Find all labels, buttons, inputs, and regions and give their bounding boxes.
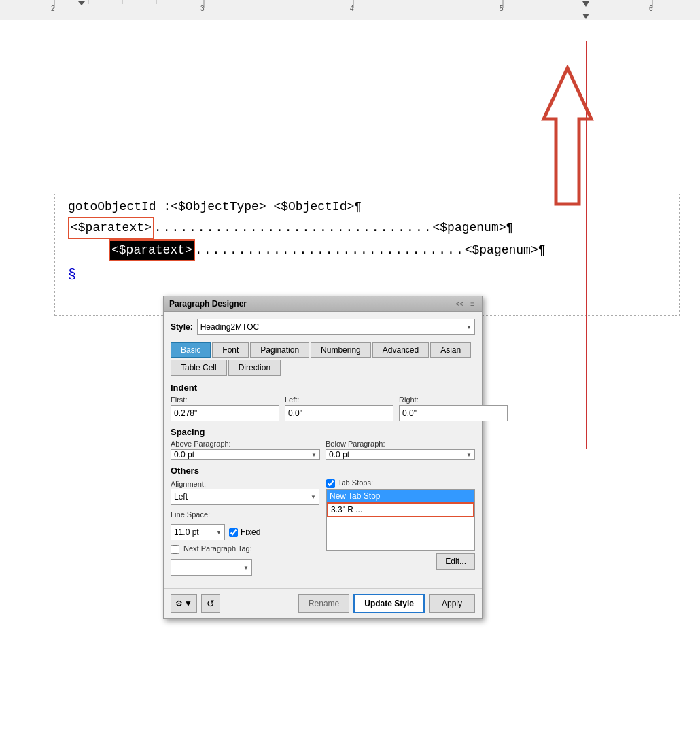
- line2-dots: ................................: [154, 221, 433, 234]
- spacing-below-item: Below Paragraph: 0.0 pt ▼: [326, 440, 475, 460]
- style-row: Style: Heading2MTOC ▼: [171, 319, 475, 335]
- indent-first-label: First:: [171, 396, 279, 404]
- gear-dropdown-arrow: ▼: [184, 599, 192, 608]
- alignment-label: Alignment:: [171, 480, 206, 488]
- spacing-above-item: Above Paragraph: 0.0 pt ▼: [171, 440, 320, 460]
- tab-numbering[interactable]: Numbering: [311, 342, 371, 358]
- style-label: Style:: [171, 322, 193, 332]
- tab-advanced[interactable]: Advanced: [372, 342, 429, 358]
- next-para-label: Next Paragraph Tag:: [183, 544, 252, 553]
- dialog-titlebar: Paragraph Designer << ≡: [164, 296, 482, 312]
- edit-button[interactable]: Edit...: [436, 553, 475, 570]
- style-value: Heading2MTOC: [200, 322, 259, 332]
- others-left: Alignment: Left ▼ Line Space: 11.0 pt ▼: [171, 478, 319, 576]
- document-content: gotoObjectId :<$ObjectType> <$ObjectId>¶…: [68, 197, 666, 286]
- indent-first-item: First:: [171, 396, 279, 421]
- tab-stops-checkbox[interactable]: [326, 479, 335, 488]
- tab-stops-list[interactable]: New Tab Stop 3.3" R ...: [326, 489, 475, 550]
- update-style-button[interactable]: Update Style: [353, 594, 425, 613]
- dialog-title: Paragraph Designer: [169, 299, 247, 309]
- indent-left-input[interactable]: [285, 405, 393, 421]
- tab-stop-item-1[interactable]: New Tab Stop: [327, 490, 474, 502]
- alignment-dropdown[interactable]: Left ▼: [171, 489, 319, 505]
- tab-stop-item-2[interactable]: 3.3" R ...: [327, 502, 474, 517]
- tab-table-cell[interactable]: Table Cell: [171, 360, 227, 376]
- svg-marker-16: [544, 68, 591, 204]
- fixed-label: Fixed: [241, 527, 260, 537]
- indent-fields: First: Left: Right:: [171, 396, 475, 421]
- tab-pagination[interactable]: Pagination: [250, 342, 309, 358]
- others-heading: Others: [171, 466, 475, 476]
- dialog-footer: ⚙ ▼ ↺ Rename Update Style Apply: [164, 588, 482, 618]
- alignment-arrow: ▼: [311, 494, 316, 500]
- apply-button[interactable]: Apply: [429, 594, 475, 613]
- others-layout: Alignment: Left ▼ Line Space: 11.0 pt ▼: [171, 478, 475, 576]
- refresh-button[interactable]: ↺: [201, 594, 220, 613]
- spacing-above-arrow: ▼: [311, 452, 317, 458]
- style-dropdown-arrow: ▼: [466, 324, 472, 330]
- line-space-dropdown[interactable]: 11.0 pt ▼: [171, 524, 225, 540]
- dialog-controls: << ≡: [453, 300, 476, 308]
- line-space-controls: 11.0 pt ▼ Fixed: [171, 524, 319, 540]
- spacing-above-value: 0.0 pt: [174, 450, 194, 459]
- refresh-icon: ↺: [207, 598, 215, 609]
- fixed-checkbox-label: Fixed: [229, 527, 260, 537]
- section-mark: §: [68, 264, 666, 286]
- tab-basic[interactable]: Basic: [171, 342, 211, 358]
- spacing-below-dropdown[interactable]: 0.0 pt ▼: [326, 449, 475, 460]
- next-para-checkbox[interactable]: [171, 545, 179, 554]
- line-space-arrow: ▼: [216, 529, 222, 536]
- indent-right-item: Right:: [399, 396, 508, 421]
- tab-stops-header: Tab Stops:: [326, 478, 475, 488]
- next-para-dropdown[interactable]: ▼: [171, 559, 252, 576]
- indent-right-input[interactable]: [399, 405, 508, 421]
- tabs-row: Basic Font Pagination Numbering Advanced…: [171, 342, 475, 376]
- spacing-below-arrow: ▼: [466, 452, 472, 458]
- paratext-box-1: <$paratext>: [68, 217, 154, 239]
- spacing-below-label: Below Paragraph:: [326, 440, 475, 448]
- indent-right-label: Right:: [399, 396, 508, 404]
- line3-dots: ...............................: [195, 243, 465, 257]
- style-dropdown[interactable]: Heading2MTOC ▼: [197, 319, 475, 335]
- doc-line-1: gotoObjectId :<$ObjectType> <$ObjectId>¶: [68, 197, 666, 217]
- tab-stops-label: Tab Stops:: [338, 478, 373, 487]
- indent-heading: Indent: [171, 383, 475, 393]
- doc-line-2: <$paratext>.............................…: [68, 217, 666, 239]
- spacing-heading: Spacing: [171, 427, 475, 437]
- fixed-checkbox[interactable]: [229, 528, 238, 537]
- doc-line-3: <$paratext>.............................…: [68, 239, 666, 262]
- gear-button[interactable]: ⚙ ▼: [171, 594, 197, 613]
- next-para-dropdown-arrow: ▼: [243, 565, 249, 571]
- line1-text: gotoObjectId :<$ObjectType> <$ObjectId>¶: [68, 200, 362, 213]
- tab-font[interactable]: Font: [212, 342, 249, 358]
- indent-left-item: Left:: [285, 396, 393, 421]
- spacing-above-dropdown[interactable]: 0.0 pt ▼: [171, 449, 320, 460]
- dialog-collapse-btn[interactable]: <<: [453, 300, 466, 308]
- svg-marker-13: [78, 1, 85, 5]
- line2-suffix: <$pagenum>¶: [432, 221, 513, 234]
- rename-button[interactable]: Rename: [298, 594, 349, 613]
- svg-marker-15: [582, 14, 589, 19]
- tab-asian[interactable]: Asian: [430, 342, 471, 358]
- svg-marker-14: [582, 1, 589, 7]
- paragraph-designer-dialog: Paragraph Designer << ≡ Style: Heading2M…: [163, 296, 483, 619]
- spacing-fields: Above Paragraph: 0.0 pt ▼ Below Paragrap…: [171, 440, 475, 460]
- gear-icon: ⚙: [175, 599, 183, 608]
- indent-left-label: Left:: [285, 396, 393, 404]
- alignment-value: Left: [174, 492, 188, 502]
- dialog-body: Style: Heading2MTOC ▼ Basic Font Paginat…: [164, 312, 482, 588]
- next-para-row: Next Paragraph Tag:: [171, 544, 319, 554]
- section-mark-text: §: [68, 267, 76, 283]
- document-area: gotoObjectId :<$ObjectType> <$ObjectId>¶…: [0, 20, 700, 734]
- spacing-below-value: 0.0 pt: [329, 450, 349, 459]
- line3-suffix: <$pagenum>¶: [465, 243, 546, 257]
- indent-first-input[interactable]: [171, 405, 279, 421]
- line-space-row: Line Space:: [171, 510, 319, 520]
- dialog-menu-btn[interactable]: ≡: [468, 300, 476, 308]
- edit-btn-row: Edit...: [326, 553, 475, 570]
- up-arrow-icon: [537, 65, 598, 207]
- ruler: 2 3 4 5 6: [0, 0, 700, 20]
- others-right: Tab Stops: New Tab Stop 3.3" R ... Edit.…: [326, 478, 475, 576]
- line-space-value: 11.0 pt: [174, 527, 199, 537]
- tab-direction[interactable]: Direction: [228, 360, 281, 376]
